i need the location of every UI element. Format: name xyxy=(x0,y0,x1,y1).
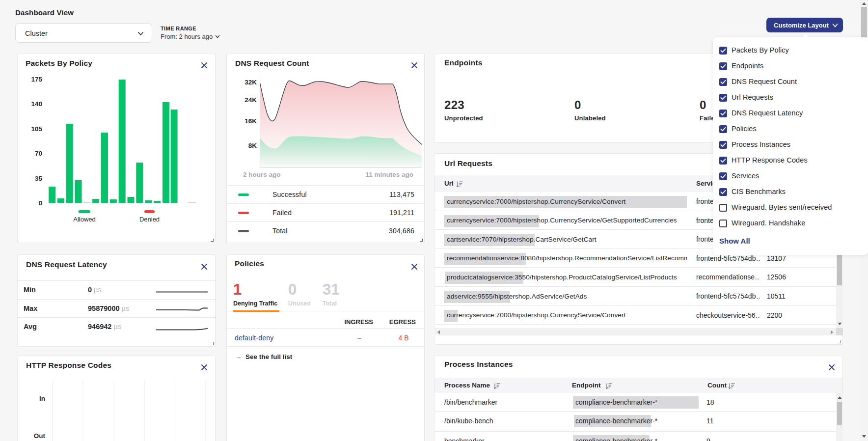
svg-text:175: 175 xyxy=(31,76,42,83)
svg-text:11 minutes ago: 11 minutes ago xyxy=(365,171,413,178)
svg-text:105: 105 xyxy=(31,125,42,133)
svg-text:140: 140 xyxy=(31,100,42,108)
svg-text:32K: 32K xyxy=(244,79,257,86)
svg-text:Out: Out xyxy=(34,432,46,440)
svg-text:24K: 24K xyxy=(244,96,257,104)
svg-text:35: 35 xyxy=(35,175,43,182)
svg-text:Allowed: Allowed xyxy=(73,216,96,223)
svg-text:70: 70 xyxy=(35,150,42,157)
svg-text:Denied: Denied xyxy=(139,216,160,223)
svg-text:2 hours ago: 2 hours ago xyxy=(243,171,281,178)
svg-text:0: 0 xyxy=(38,199,42,207)
svg-text:8K: 8K xyxy=(248,142,257,149)
svg-text:16K: 16K xyxy=(244,117,257,125)
svg-text:In: In xyxy=(39,395,45,402)
